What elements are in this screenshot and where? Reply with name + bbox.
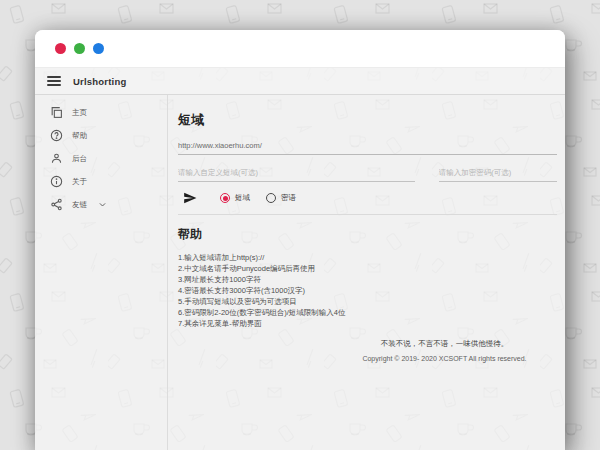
send-icon (183, 191, 197, 205)
section-divider (178, 214, 557, 215)
share-icon (50, 198, 63, 211)
radio-secret-message[interactable]: 密语 (266, 193, 296, 203)
sidebar-item-home[interactable]: 主页 (35, 101, 167, 124)
submit-row: 短域 密语 (178, 191, 557, 205)
radio-short-domain[interactable]: 短域 (220, 193, 250, 203)
minimize-window-button[interactable] (74, 43, 85, 54)
sidebar-item-help[interactable]: 帮助 (35, 124, 167, 147)
custom-short-input[interactable] (178, 166, 415, 182)
person-icon (50, 152, 63, 165)
radio-label: 密语 (281, 193, 296, 203)
help-list: 1.输入短域请加上http(s):// 2.中文域名请手动Punycode编码后… (178, 252, 557, 329)
radio-selected-icon (220, 193, 230, 203)
help-circle-icon (50, 129, 63, 142)
help-item: 5.手动填写短域以及密码为可选项目 (178, 296, 557, 307)
help-heading: 帮助 (178, 226, 557, 243)
chevron-down-icon (98, 200, 107, 209)
hamburger-icon[interactable] (47, 76, 61, 86)
maximize-window-button[interactable] (93, 43, 104, 54)
footer-copyright: Copyright © 2019- 2020 XCSOFT All rights… (332, 355, 557, 362)
main-content: 短域 短域 密语 (168, 95, 565, 450)
help-item: 2.中文域名请手动Punycode编码后再使用 (178, 263, 557, 274)
sidebar: 主页 帮助 后台 关于 友链 (35, 95, 168, 450)
radio-unselected-icon (266, 193, 276, 203)
sidebar-item-about[interactable]: 关于 (35, 170, 167, 193)
sidebar-item-label: 关于 (72, 177, 87, 187)
sidebar-item-label: 主页 (72, 108, 87, 118)
browser-window: Urlshorting 主页 帮助 后台 关于 友链 (35, 30, 565, 450)
info-circle-icon (50, 175, 63, 188)
radio-label: 短域 (235, 193, 250, 203)
app-bar: Urlshorting (35, 68, 565, 95)
help-item: 7.其余详见菜单-帮助界面 (178, 318, 557, 329)
help-item: 3.网址最长支持1000字符 (178, 274, 557, 285)
password-input[interactable] (439, 166, 557, 182)
footer-tagline: 不装不说，不言不语，一味供他慢待。 (332, 339, 557, 349)
sidebar-item-label: 后台 (72, 154, 87, 164)
app-title: Urlshorting (73, 76, 126, 87)
page-title: 短域 (178, 111, 557, 129)
sidebar-item-admin[interactable]: 后台 (35, 147, 167, 170)
help-item: 6.密码限制2-20位(数字密码组合)/短域限制输入4位 (178, 307, 557, 318)
sidebar-item-label: 友链 (72, 200, 87, 210)
sidebar-item-links[interactable]: 友链 (35, 193, 167, 216)
footer: 不装不说，不言不语，一味供他慢待。 Copyright © 2019- 2020… (332, 339, 557, 362)
pages-icon (50, 106, 63, 119)
url-input[interactable] (178, 139, 557, 155)
help-item: 4.密语最长支持3000字符(含1000汉字) (178, 285, 557, 296)
close-window-button[interactable] (55, 43, 66, 54)
help-item: 1.输入短域请加上http(s):// (178, 252, 557, 263)
send-button[interactable] (183, 191, 197, 205)
window-titlebar (35, 30, 565, 68)
sidebar-item-label: 帮助 (72, 131, 87, 141)
